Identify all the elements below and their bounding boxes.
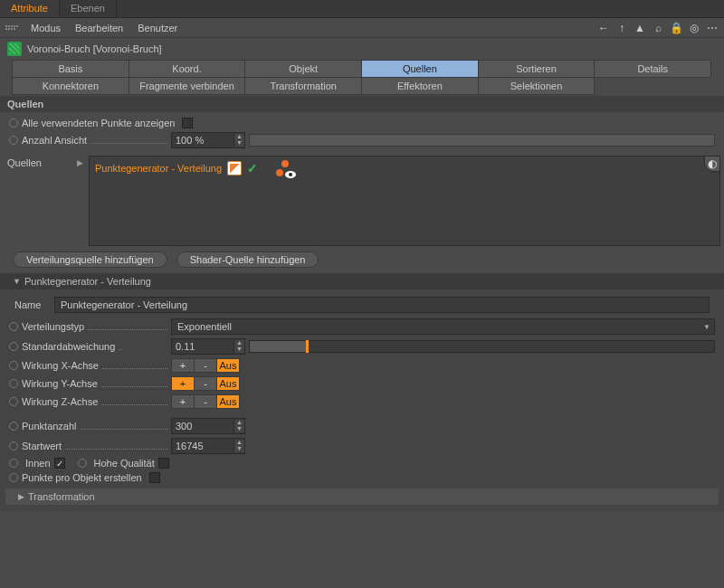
- label-verteilungstyp: Verteilungstyp: [22, 321, 84, 332]
- tab-ebenen[interactable]: Ebenen: [60, 0, 117, 17]
- target-icon[interactable]: ◎: [688, 22, 700, 34]
- section-header-generator[interactable]: ▼ Punktegenerator - Verteilung: [0, 273, 724, 289]
- collapse-icon: ▼: [13, 277, 21, 286]
- tab-objekt[interactable]: Objekt: [244, 60, 362, 78]
- menu-benutzer[interactable]: Benutzer: [130, 23, 185, 33]
- checkbox-innen[interactable]: ✓: [54, 458, 65, 469]
- expand-icon: ▶: [18, 492, 24, 501]
- menu-icon[interactable]: ⋯: [706, 22, 719, 34]
- param-keyframe-dot[interactable]: [9, 379, 18, 388]
- object-header: Voronoi-Bruch [Voronoi-Bruch]: [0, 38, 724, 60]
- input-anzahl-ansicht[interactable]: ▲▼: [171, 132, 245, 148]
- label-name: Name: [14, 299, 54, 310]
- expand-icon[interactable]: ▶: [77, 157, 83, 246]
- object-title: Voronoi-Bruch [Voronoi-Bruch]: [27, 43, 162, 54]
- top-tab-strip: Attribute Ebenen: [0, 0, 724, 18]
- axis-y-aus-button[interactable]: Aus: [216, 376, 240, 391]
- tab-basis[interactable]: Basis: [12, 60, 129, 78]
- axis-x-aus-button[interactable]: Aus: [216, 358, 240, 373]
- param-keyframe-dot[interactable]: [9, 459, 18, 468]
- expand-corner-icon[interactable]: ◐: [704, 156, 720, 172]
- slider-anzahl-ansicht[interactable]: [249, 134, 715, 147]
- add-distribution-source-button[interactable]: Verteilungsquelle hinzufügen: [13, 251, 167, 268]
- menu-modus[interactable]: Modus: [24, 23, 68, 33]
- axis-x-plus-button[interactable]: +: [171, 358, 195, 373]
- tab-effektoren[interactable]: Effektoren: [361, 77, 479, 95]
- checkbox-alle-punkte[interactable]: [182, 118, 193, 128]
- label-alle-punkte: Alle verwendeten Punkte anzeigen: [22, 118, 175, 128]
- tab-transformation[interactable]: Transformation: [244, 77, 362, 95]
- slider-stdabw[interactable]: [249, 340, 715, 353]
- checkmark-icon: ✓: [247, 161, 258, 175]
- section-header-quellen: Quellen: [0, 96, 724, 112]
- param-keyframe-dot[interactable]: [9, 136, 18, 145]
- param-keyframe-dot[interactable]: [9, 342, 18, 351]
- input-name[interactable]: [54, 297, 710, 313]
- tab-attribute[interactable]: Attribute: [0, 0, 60, 17]
- param-keyframe-dot[interactable]: [78, 459, 87, 468]
- input-startwert[interactable]: ▲▼: [171, 438, 245, 454]
- axis-z-aus-button[interactable]: Aus: [216, 394, 240, 409]
- param-keyframe-dot[interactable]: [9, 322, 18, 331]
- checkbox-punkte-pro-objekt[interactable]: [149, 472, 160, 483]
- label-startwert: Startwert: [22, 441, 62, 451]
- label-punktanzahl: Punktanzahl: [22, 421, 77, 432]
- label-hohe-qualitaet: Hohe Qualität: [94, 458, 155, 469]
- nav-arrow-icon[interactable]: ▲: [634, 22, 646, 34]
- list-item-label: Punktegenerator - Verteilung: [95, 163, 222, 174]
- quellen-list[interactable]: Punktegenerator - Verteilung ✓ ◐: [89, 156, 720, 246]
- axis-x-minus-button[interactable]: -: [194, 358, 217, 373]
- axis-y-plus-button[interactable]: +: [171, 376, 195, 391]
- lock-icon[interactable]: 🔒: [670, 22, 682, 34]
- distribution-icon: [227, 161, 242, 175]
- param-keyframe-dot[interactable]: [9, 473, 18, 482]
- menubar: Modus Bearbeiten Benutzer ← ↑ ▲ ⌕ 🔒 ◎ ⋯: [0, 18, 724, 38]
- tab-grid: Basis Koord. Objekt Quellen Sortieren De…: [0, 60, 724, 94]
- tab-quellen[interactable]: Quellen: [361, 60, 479, 78]
- tab-selektionen[interactable]: Selektionen: [478, 77, 595, 95]
- list-item[interactable]: Punktegenerator - Verteilung ✓: [95, 160, 714, 176]
- label-wirkung-x: Wirkung X-Achse: [22, 360, 99, 371]
- grip-icon: [5, 25, 18, 30]
- label-wirkung-z: Wirkung Z-Achse: [22, 396, 98, 407]
- input-stdabw[interactable]: ▲▼: [171, 338, 245, 355]
- param-keyframe-dot[interactable]: [9, 361, 18, 370]
- section-header-transformation[interactable]: ▶ Transformation: [5, 488, 719, 505]
- visibility-icon[interactable]: [276, 160, 294, 176]
- add-shader-source-button[interactable]: Shader-Quelle hinzufügen: [176, 251, 319, 268]
- axis-z-minus-button[interactable]: -: [194, 394, 217, 409]
- tab-konnektoren[interactable]: Konnektoren: [12, 77, 129, 95]
- search-icon[interactable]: ⌕: [652, 22, 664, 34]
- section-header-label: Transformation: [28, 491, 95, 502]
- input-punktanzahl[interactable]: ▲▼: [171, 418, 245, 434]
- tab-koord[interactable]: Koord.: [129, 60, 246, 78]
- param-keyframe-dot[interactable]: [9, 397, 18, 406]
- label-stdabw: Standardabweichung: [22, 341, 115, 352]
- back-arrow-icon[interactable]: ←: [597, 22, 610, 34]
- label-anzahl-ansicht: Anzahl Ansicht: [22, 135, 87, 146]
- menu-bearbeiten[interactable]: Bearbeiten: [68, 23, 130, 33]
- param-keyframe-dot[interactable]: [9, 441, 18, 450]
- label-wirkung-y: Wirkung Y-Achse: [22, 378, 98, 389]
- tab-sortieren[interactable]: Sortieren: [478, 60, 595, 78]
- label-innen: Innen: [25, 458, 51, 469]
- up-arrow-icon[interactable]: ↑: [615, 22, 628, 34]
- voronoi-icon: [7, 42, 22, 56]
- checkbox-hohe-qualitaet[interactable]: [158, 458, 169, 469]
- label-quellen: Quellen: [7, 157, 42, 246]
- param-keyframe-dot[interactable]: [9, 422, 18, 431]
- section-header-label: Punktegenerator - Verteilung: [24, 276, 151, 287]
- param-keyframe-dot[interactable]: [9, 119, 18, 128]
- axis-z-plus-button[interactable]: +: [171, 394, 195, 409]
- axis-y-minus-button[interactable]: -: [194, 376, 217, 391]
- tab-details[interactable]: Details: [594, 60, 711, 78]
- label-punkte-pro-objekt: Punkte pro Objekt erstellen: [22, 472, 142, 483]
- dropdown-verteilungstyp[interactable]: Exponentiell▼: [171, 318, 715, 335]
- tab-fragmente[interactable]: Fragmente verbinden: [129, 77, 246, 95]
